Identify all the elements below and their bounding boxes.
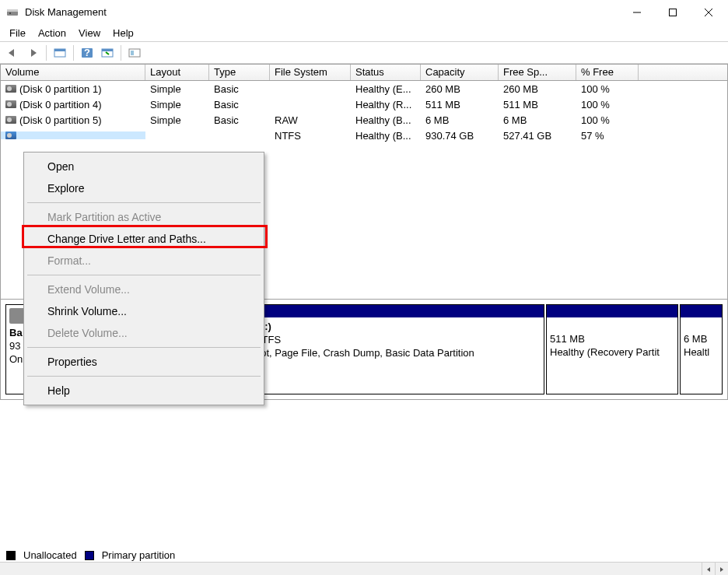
- volume-row[interactable]: (Disk 0 partition 1) Simple Basic Health…: [1, 81, 727, 96]
- col-type[interactable]: Type: [209, 65, 270, 80]
- volume-row[interactable]: (Disk 0 partition 5) Simple Basic RAW He…: [1, 112, 727, 128]
- volume-free: 6 MB: [499, 114, 576, 126]
- toolbar-separator: [46, 45, 47, 61]
- svg-text:?: ?: [84, 47, 90, 58]
- ctx-properties[interactable]: Properties: [26, 351, 262, 373]
- volume-icon: [5, 85, 16, 93]
- col-filesystem[interactable]: File System: [270, 65, 351, 80]
- help-button[interactable]: ?: [78, 44, 96, 61]
- app-icon: [6, 6, 19, 19]
- menu-bar: File Action View Help: [0, 25, 728, 42]
- partition-box[interactable]: 511 MB Healthy (Recovery Partit: [546, 304, 678, 394]
- partition-size: 4 GB NTFS: [229, 334, 541, 347]
- ctx-format: Format...: [26, 250, 262, 272]
- volume-layout: Simple: [145, 83, 209, 95]
- volume-free: 260 MB: [499, 83, 576, 95]
- partition-box[interactable]: 6 MB Healtl: [680, 304, 723, 394]
- col-blank: [639, 65, 727, 80]
- volume-icon: [5, 116, 16, 124]
- title-bar: Disk Management: [0, 0, 728, 25]
- volume-layout: Simple: [145, 114, 209, 126]
- ctx-change-drive-letter[interactable]: Change Drive Letter and Paths...: [26, 228, 262, 250]
- volume-name: (Disk 0 partition 4): [19, 99, 101, 110]
- col-percentfree[interactable]: % Free: [576, 65, 639, 80]
- ctx-extend-volume: Extend Volume...: [26, 279, 262, 300]
- maximize-button[interactable]: [655, 0, 691, 24]
- ctx-mark-active: Mark Partition as Active: [26, 206, 262, 228]
- partition-box[interactable]: lows (C:) 4 GB NTFS thy (Boot, Page File…: [225, 304, 544, 394]
- volume-pct: 100 %: [576, 83, 639, 95]
- volume-row-selected[interactable]: NTFS Healthy (B... 930.74 GB 527.41 GB 5…: [1, 128, 727, 143]
- volume-free: 527.41 GB: [499, 130, 576, 142]
- svg-rect-4: [670, 9, 677, 16]
- volume-free: 511 MB: [499, 99, 576, 110]
- volume-pct: 57 %: [576, 130, 639, 142]
- toolbar-separator: [121, 45, 121, 61]
- toolbar: ?: [0, 42, 728, 64]
- bottom-scrollbar[interactable]: [0, 562, 728, 575]
- toolbar-separator: [73, 45, 74, 61]
- partition-status: Healtl: [684, 346, 719, 359]
- settings-button[interactable]: [98, 44, 117, 61]
- volume-status: Healthy (E...: [351, 83, 421, 95]
- volume-status: Healthy (R...: [351, 99, 421, 110]
- partition-body: 6 MB Healtl: [681, 317, 722, 363]
- volume-capacity: 930.74 GB: [421, 130, 499, 142]
- partition-stripe: [681, 305, 722, 317]
- col-status[interactable]: Status: [351, 65, 421, 80]
- context-menu: Open Explore Mark Partition as Active Ch…: [23, 152, 264, 405]
- partition-body: 511 MB Healthy (Recovery Partit: [547, 317, 677, 363]
- volume-type: Basic: [209, 99, 270, 110]
- volume-pct: 100 %: [576, 114, 639, 126]
- volume-type: Basic: [209, 83, 270, 95]
- close-button[interactable]: [691, 0, 726, 24]
- volume-status: Healthy (B...: [351, 130, 421, 142]
- partition-status: Healthy (Recovery Partit: [550, 346, 674, 359]
- partition-size: 6 MB: [684, 333, 719, 346]
- svg-rect-1: [7, 9, 18, 12]
- scroll-left-button[interactable]: [702, 563, 715, 575]
- ctx-shrink-volume[interactable]: Shrink Volume...: [26, 300, 262, 322]
- svg-rect-8: [54, 49, 65, 51]
- back-button[interactable]: [3, 44, 22, 61]
- partition-stripe: [226, 305, 544, 317]
- volume-capacity: 511 MB: [421, 99, 499, 110]
- ctx-delete-volume: Delete Volume...: [26, 322, 262, 344]
- volume-layout: Simple: [145, 99, 209, 110]
- volume-icon: [5, 131, 16, 139]
- minimize-button[interactable]: [619, 0, 655, 24]
- ctx-separator: [27, 275, 261, 275]
- menu-help[interactable]: Help: [107, 26, 140, 40]
- menu-action[interactable]: Action: [32, 26, 72, 40]
- scroll-right-button[interactable]: [715, 563, 728, 575]
- volume-fs: NTFS: [270, 130, 351, 142]
- col-volume[interactable]: Volume: [1, 65, 145, 80]
- ctx-separator: [27, 347, 261, 348]
- menu-view[interactable]: View: [72, 26, 107, 40]
- volume-capacity: 6 MB: [421, 114, 499, 126]
- ctx-open[interactable]: Open: [26, 156, 262, 177]
- volume-status: Healthy (B...: [351, 114, 421, 126]
- forward-button[interactable]: [23, 44, 42, 61]
- ctx-separator: [27, 376, 261, 377]
- list-button[interactable]: [125, 44, 144, 61]
- show-hide-console-tree-button[interactable]: [51, 44, 69, 61]
- col-layout[interactable]: Layout: [145, 65, 209, 80]
- volume-pct: 100 %: [576, 99, 639, 110]
- window-title: Disk Management: [25, 6, 619, 18]
- volume-name: (Disk 0 partition 5): [19, 114, 101, 126]
- volume-fs: RAW: [270, 114, 351, 126]
- menu-file[interactable]: File: [3, 26, 32, 40]
- col-freespace[interactable]: Free Sp...: [499, 65, 576, 80]
- partition-stripe: [547, 305, 677, 317]
- volume-capacity: 260 MB: [421, 83, 499, 95]
- legend-swatch-unallocated: [6, 551, 16, 560]
- partition-name: lows (C:): [229, 321, 541, 334]
- volume-row[interactable]: (Disk 0 partition 4) Simple Basic Health…: [1, 96, 727, 112]
- ctx-help[interactable]: Help: [26, 380, 262, 401]
- window-controls: [619, 0, 726, 24]
- ctx-separator: [27, 202, 261, 203]
- ctx-explore[interactable]: Explore: [26, 177, 262, 199]
- col-capacity[interactable]: Capacity: [421, 65, 499, 80]
- volume-icon: [5, 100, 16, 108]
